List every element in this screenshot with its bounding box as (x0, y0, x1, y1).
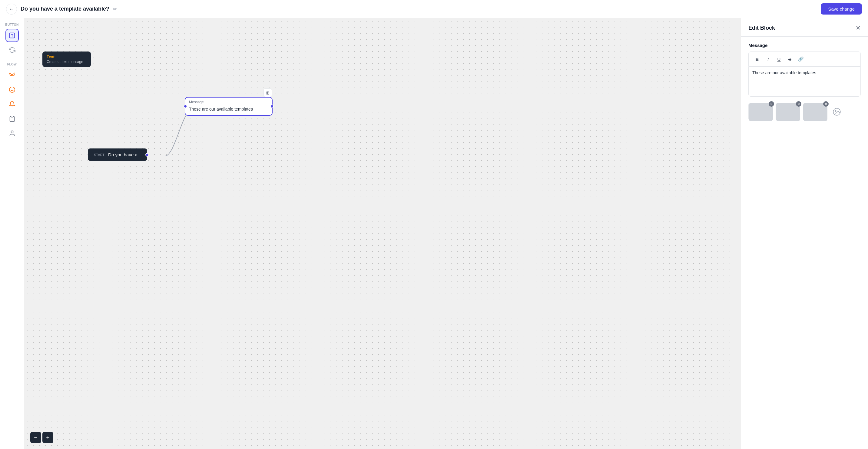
svg-point-4 (9, 87, 14, 92)
sidebar: BUTTON FLOW (0, 18, 24, 449)
sidebar-refresh-icon[interactable] (5, 43, 19, 57)
message-node[interactable]: 🗑 Message These are our available templa… (185, 97, 273, 116)
bold-button[interactable]: B (752, 54, 762, 64)
flow-section: FLOW (0, 63, 24, 140)
attachment-3: ✕ (803, 103, 827, 121)
svg-point-8 (11, 131, 13, 133)
svg-rect-7 (11, 116, 13, 117)
remove-attachment-3[interactable]: ✕ (823, 101, 829, 107)
message-node-body: These are our available templates (185, 106, 272, 115)
zoom-controls: − + (30, 432, 53, 443)
right-panel: Edit Block ✕ Message B I U S 🔗 ✕ (741, 18, 868, 449)
button-section: BUTTON (0, 23, 24, 57)
header-left: ← Do you have a template available? ✏ (6, 4, 117, 14)
svg-point-2 (9, 73, 10, 74)
header: ← Do you have a template available? ✏ Sa… (0, 0, 868, 18)
back-button[interactable]: ← (6, 4, 17, 14)
start-node-dot (145, 153, 149, 157)
underline-button[interactable]: U (774, 54, 784, 64)
svg-point-10 (835, 110, 836, 112)
message-node-dot-right (270, 104, 274, 108)
link-button[interactable]: 🔗 (796, 54, 806, 64)
start-label: START (94, 153, 104, 157)
message-node-header: Message (185, 97, 272, 106)
close-panel-button[interactable]: ✕ (856, 24, 861, 31)
edit-icon[interactable]: ✏ (113, 6, 117, 12)
delete-node-button[interactable]: 🗑 (264, 88, 272, 97)
page-title: Do you have a template available? (21, 6, 109, 12)
zoom-in-button[interactable]: + (42, 432, 53, 443)
main-layout: BUTTON FLOW (0, 18, 868, 449)
panel-body: Message B I U S 🔗 ✕ ✕ (741, 37, 868, 449)
flow-section-label: FLOW (7, 63, 17, 66)
sidebar-emoji-icon[interactable] (5, 83, 19, 96)
canvas[interactable]: START Do you have a... 🗑 Message These a… (24, 18, 741, 449)
sidebar-person-icon[interactable] (5, 127, 19, 140)
italic-button[interactable]: I (763, 54, 773, 64)
remove-attachment-2[interactable]: ✕ (796, 101, 801, 107)
add-image-button[interactable] (830, 105, 843, 118)
svg-point-3 (13, 73, 15, 74)
panel-title: Edit Block (748, 25, 775, 31)
sidebar-clipboard-icon[interactable] (5, 112, 19, 125)
format-toolbar: B I U S 🔗 (748, 52, 861, 66)
button-section-label: BUTTON (5, 23, 19, 26)
zoom-out-button[interactable]: − (30, 432, 41, 443)
remove-attachment-1[interactable]: ✕ (769, 101, 774, 107)
message-node-dot-left (184, 104, 187, 108)
save-change-button[interactable]: Save change (821, 3, 862, 14)
start-node[interactable]: START Do you have a... (88, 148, 147, 161)
start-title: Do you have a... (108, 152, 141, 157)
attachment-2: ✕ (776, 103, 800, 121)
message-field-label: Message (748, 43, 861, 48)
strikethrough-button[interactable]: S (785, 54, 795, 64)
panel-header: Edit Block ✕ (741, 18, 868, 37)
sidebar-text-icon[interactable] (5, 29, 19, 42)
attachments-row: ✕ ✕ ✕ (748, 103, 861, 121)
connector-svg (24, 18, 741, 449)
sidebar-bell-icon[interactable] (5, 97, 19, 111)
attachment-1: ✕ (748, 103, 773, 121)
message-textarea[interactable] (748, 66, 861, 97)
sidebar-flow-icon[interactable] (5, 68, 19, 82)
